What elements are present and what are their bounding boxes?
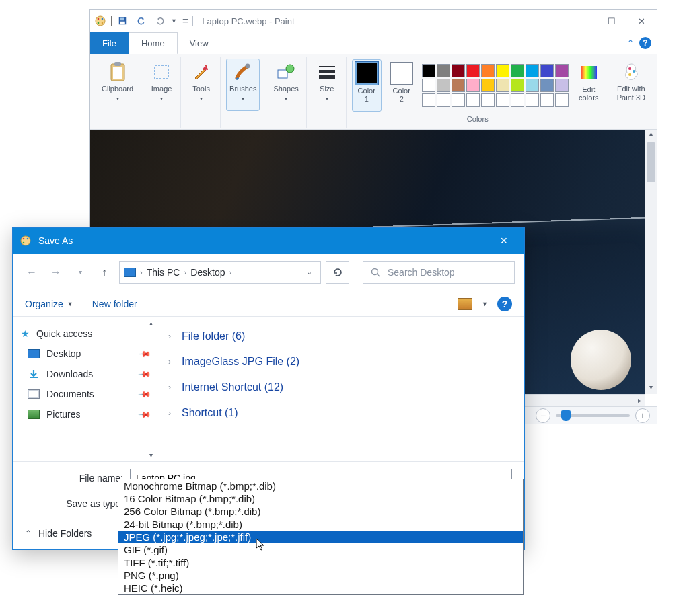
search-input[interactable] [386, 266, 507, 278]
redo-icon[interactable] [152, 13, 168, 29]
breadcrumb-desktop[interactable]: Desktop [190, 267, 225, 278]
nav-desktop[interactable]: Desktop 📌 [13, 344, 157, 364]
color-swatch[interactable] [555, 64, 569, 77]
qat-customize-caret[interactable]: ▼ [171, 17, 177, 24]
help-icon[interactable]: ? [639, 37, 651, 49]
refresh-button[interactable] [326, 261, 349, 284]
color-swatch[interactable] [496, 79, 509, 92]
color-swatch[interactable] [466, 79, 480, 92]
undo-icon[interactable] [133, 13, 149, 29]
expand-icon[interactable]: › [168, 383, 175, 392]
expand-icon[interactable]: › [168, 332, 175, 341]
color-swatch[interactable] [526, 79, 539, 92]
color-swatch[interactable] [481, 64, 495, 77]
address-dropdown-caret[interactable]: ⌄ [302, 268, 316, 276]
color-swatch[interactable] [511, 64, 524, 77]
color-swatch[interactable] [555, 79, 569, 92]
file-group-row[interactable]: ›Shortcut (1) [168, 400, 513, 426]
color-swatch[interactable] [452, 79, 465, 92]
forward-button[interactable]: → [46, 263, 65, 282]
scroll-up-icon[interactable]: ▴ [645, 130, 657, 141]
new-folder-button[interactable]: New folder [92, 299, 137, 309]
organize-button[interactable]: Organize ▼ [25, 299, 73, 309]
vertical-scrollbar[interactable]: ▴ ▾ [645, 130, 657, 394]
back-button[interactable]: ← [22, 263, 41, 282]
file-type-option[interactable]: HEIC (*.heic) [118, 582, 523, 594]
file-type-option[interactable]: JPEG (*.jpg;*.jpeg;*.jpe;*.jfif) [118, 531, 523, 543]
qat-overflow[interactable]: = [180, 15, 191, 27]
color-swatch[interactable] [511, 79, 524, 92]
expand-icon[interactable]: › [168, 408, 175, 418]
color-swatch[interactable] [526, 64, 539, 77]
color-swatch[interactable] [452, 93, 465, 107]
search-box[interactable] [363, 261, 515, 284]
collapse-ribbon-icon[interactable]: ⌃ [627, 38, 634, 48]
up-button[interactable]: ↑ [95, 263, 114, 282]
file-type-option[interactable]: 16 Color Bitmap (*.bmp;*.dib) [118, 492, 523, 505]
color-swatch[interactable] [540, 64, 554, 77]
vertical-scroll-thumb[interactable] [647, 142, 655, 182]
color-swatch[interactable] [540, 79, 554, 92]
zoom-out-button[interactable]: − [536, 408, 550, 423]
file-type-option[interactable]: PNG (*.png) [118, 569, 523, 582]
color-swatch[interactable] [437, 79, 450, 92]
clipboard-button[interactable]: Clipboard▾ [98, 59, 137, 111]
recent-locations-caret[interactable]: ▾ [71, 263, 89, 282]
minimize-button[interactable]: — [566, 11, 596, 31]
file-type-option[interactable]: Monochrome Bitmap (*.bmp;*.dib) [118, 479, 523, 492]
file-type-option[interactable]: 256 Color Bitmap (*.bmp;*.dib) [118, 505, 523, 518]
color-2-button[interactable]: Color 2 [387, 59, 417, 112]
color-swatch[interactable] [466, 93, 480, 107]
scroll-right-icon[interactable]: ▸ [634, 395, 645, 406]
color-swatch[interactable] [466, 64, 480, 77]
file-list[interactable]: ›File folder (6)›ImageGlass JPG File (2)… [157, 317, 524, 461]
scroll-down-icon[interactable]: ▾ [645, 383, 657, 394]
color-swatch[interactable] [540, 93, 554, 107]
file-group-row[interactable]: ›File folder (6) [168, 323, 513, 349]
zoom-slider[interactable] [556, 414, 630, 417]
edit-colors-button[interactable]: Edit colors [574, 59, 604, 112]
breadcrumb-this-pc[interactable]: This PC [147, 267, 180, 278]
size-button[interactable]: Size▾ [312, 59, 342, 111]
color-swatch[interactable] [437, 64, 450, 77]
file-type-option[interactable]: TIFF (*.tif;*.tiff) [118, 556, 523, 569]
color-palette[interactable] [422, 64, 569, 107]
expand-icon[interactable]: › [168, 357, 175, 367]
color-swatch[interactable] [422, 79, 435, 92]
color-swatch[interactable] [422, 64, 435, 77]
color-swatch[interactable] [496, 64, 509, 77]
maximize-button[interactable]: ☐ [596, 11, 626, 31]
color-swatch[interactable] [555, 93, 569, 107]
color-swatch[interactable] [496, 93, 509, 107]
tab-view[interactable]: View [178, 32, 221, 54]
zoom-slider-thumb[interactable] [561, 410, 571, 421]
close-button[interactable]: ✕ [626, 11, 657, 31]
color-swatch[interactable] [526, 93, 539, 107]
color-swatch[interactable] [437, 93, 450, 107]
nav-downloads[interactable]: Downloads 📌 [13, 364, 157, 384]
paint-3d-button[interactable]: Edit with Paint 3D [614, 59, 649, 111]
zoom-in-button[interactable]: + [635, 408, 650, 423]
help-icon[interactable]: ? [497, 297, 512, 311]
file-type-option[interactable]: 24-bit Bitmap (*.bmp;*.dib) [118, 518, 523, 531]
color-swatch[interactable] [422, 93, 435, 107]
save-icon[interactable] [114, 13, 131, 29]
color-1-button[interactable]: Color 1 [352, 59, 382, 112]
hide-folders-button[interactable]: ⌃ Hide Folders [25, 528, 92, 539]
shapes-button[interactable]: Shapes▾ [270, 59, 301, 111]
navpane-scroll-down[interactable]: ▾ [146, 451, 155, 459]
brushes-button[interactable]: Brushes▾ [226, 59, 260, 111]
nav-quick-access[interactable]: ★ Quick access [13, 323, 157, 344]
view-options-caret[interactable]: ▼ [482, 301, 488, 307]
address-bar[interactable]: › This PC › Desktop › ⌄ [119, 261, 321, 284]
nav-pictures[interactable]: Pictures 📌 [13, 404, 157, 424]
tab-home[interactable]: Home [129, 32, 178, 54]
image-button[interactable]: Image▾ [147, 59, 176, 111]
save-as-type-dropdown[interactable]: Monochrome Bitmap (*.bmp;*.dib)16 Color … [118, 479, 524, 595]
file-group-row[interactable]: ›Internet Shortcut (12) [168, 375, 513, 400]
color-swatch[interactable] [452, 64, 465, 77]
nav-documents[interactable]: Documents 📌 [13, 384, 157, 404]
dialog-close-button[interactable]: ✕ [491, 228, 517, 254]
file-group-row[interactable]: ›ImageGlass JPG File (2) [168, 349, 513, 375]
tools-button[interactable]: A Tools▾ [186, 59, 216, 111]
